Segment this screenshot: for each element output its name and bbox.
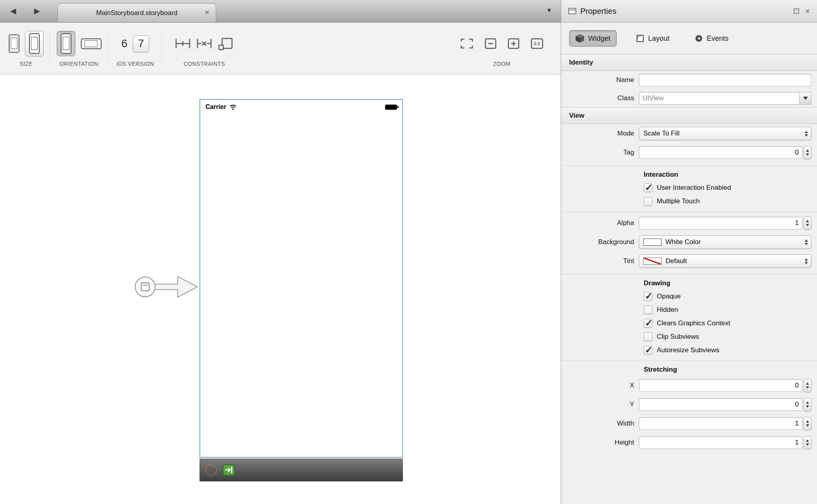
class-value: UIView [639,92,799,104]
user-interaction-checkbox[interactable] [644,183,652,192]
tab-mainstoryboard[interactable]: MainStoryboard.storyboard × [58,3,216,22]
alpha-field[interactable]: 1 [639,217,802,229]
back-button[interactable]: ◀ [10,6,16,15]
close-panel-icon[interactable]: × [805,8,810,15]
drawing-header: Drawing [561,275,817,290]
size-iphone-4-button[interactable] [25,31,44,56]
ios-6-button[interactable]: 6 [121,38,127,50]
stretch-y-stepper[interactable] [804,398,811,411]
alpha-label: Alpha [561,219,639,227]
autoresize-subviews-row[interactable]: Autoresize Subviews [561,344,817,357]
autoresize-subviews-checkbox[interactable] [644,346,652,355]
events-icon [695,34,703,42]
user-interaction-label: User Interaction Enabled [657,184,731,192]
ios-7-button[interactable]: 7 [133,35,149,52]
class-combo[interactable]: UIView [639,92,811,105]
alpha-stepper[interactable] [804,216,811,230]
initial-view-controller-arrow[interactable] [133,274,201,300]
hidden-row[interactable]: Hidden [561,303,817,317]
zoom-fit-icon [460,38,474,50]
class-dropdown-button[interactable] [799,92,811,104]
size-label: SIZE [4,61,48,67]
mode-popup[interactable]: Scale To Fill [639,127,811,140]
document-tab-bar: ◀ ▶ MainStoryboard.storyboard × ▼ [0,0,561,23]
zoom-in-button[interactable] [507,38,520,50]
multiple-touch-checkbox[interactable] [644,197,652,206]
clip-subviews-row[interactable]: Clip Subviews [561,330,817,344]
tab-widget[interactable]: Widget [569,30,617,47]
forward-button[interactable]: ▶ [34,6,40,15]
clip-subviews-checkbox[interactable] [644,332,652,341]
portrait-phone-icon [61,33,71,54]
tab-events-label: Events [707,34,729,43]
design-canvas[interactable]: Carrier [0,74,561,504]
clears-graphics-context-checkbox[interactable] [644,319,652,328]
stretch-y-field[interactable]: 0 [639,398,802,411]
view-controller-dock-icon[interactable] [205,464,217,476]
tab-events[interactable]: Events [689,31,735,46]
stretch-height-label: Height [561,439,639,447]
stretch-height-field[interactable]: 1 [639,436,802,449]
orientation-landscape-button[interactable] [81,38,102,49]
scene-dock [199,458,403,481]
constraints-label: CONSTRAINTS [167,61,242,67]
background-popup[interactable]: White Color [639,235,811,249]
zoom-out-button[interactable] [484,38,497,50]
zoom-actual-size-icon: 1:1 [530,38,544,50]
background-label: Background [561,238,639,246]
clip-subviews-label: Clip Subviews [657,333,699,341]
stretch-x-label: X [561,382,639,389]
tag-field[interactable]: 0 [639,146,802,159]
interaction-header: Interaction [561,166,817,181]
ios-version-label: iOS VERSION [112,61,159,67]
tag-value: 0 [795,149,799,157]
tab-close-icon[interactable]: × [205,8,209,16]
popup-arrows-icon [805,127,808,140]
opaque-label: Opaque [657,292,681,300]
orientation-portrait-button[interactable] [57,31,75,56]
stretch-x-field[interactable]: 0 [639,379,802,392]
hidden-checkbox[interactable] [644,305,652,314]
width-constraint-button[interactable] [175,37,191,50]
opaque-checkbox[interactable] [644,292,652,301]
view-controller-view[interactable]: Carrier [199,99,403,458]
opaque-row[interactable]: Opaque [561,290,817,303]
tab-layout[interactable]: Layout [630,31,675,46]
frame-edit-button[interactable] [218,37,234,50]
zoom-fit-button[interactable] [460,38,474,50]
remove-constraint-button[interactable] [196,37,212,50]
stretch-width-field[interactable]: 1 [639,417,802,430]
stretch-width-stepper[interactable] [804,417,811,430]
alpha-row: Alpha 1 [561,214,817,233]
user-interaction-enabled-row[interactable]: User Interaction Enabled [561,181,817,195]
storyboard-editor: ◀ ▶ MainStoryboard.storyboard × ▼ SIZE [0,0,561,504]
toolbar-separator [162,31,162,62]
tint-value: Default [665,257,687,265]
stretch-y-row: Y 0 [561,395,817,414]
stretch-width-row: Width 1 [561,414,817,433]
tag-stepper[interactable] [804,146,811,159]
iphone-4-icon [29,33,40,54]
tab-overflow-chevron-icon[interactable]: ▼ [546,7,552,13]
size-iphone-3-5-button[interactable] [9,34,19,53]
class-row: Class UIView [561,89,817,107]
exit-segue-icon[interactable] [222,464,235,476]
name-field[interactable] [639,74,811,86]
properties-tab-bar: Widget Layout Events [561,23,817,54]
tag-row: Tag 0 [561,143,817,162]
stretch-height-stepper[interactable] [804,436,811,449]
stretch-height-value: 1 [795,439,799,447]
multiple-touch-row[interactable]: Multiple Touch [561,195,817,208]
stretch-width-label: Width [561,420,639,428]
toolbar-group-zoom: 1:1 ZOOM [452,27,551,67]
hidden-label: Hidden [657,306,678,314]
class-label: Class [561,94,639,102]
tint-popup[interactable]: Default [639,254,811,268]
stretch-x-stepper[interactable] [804,379,811,392]
zoom-actual-size-button[interactable]: 1:1 [530,38,544,50]
toolbar-group-orientation: ORIENTATION [53,27,105,67]
background-value: White Color [665,238,701,246]
clears-graphics-context-row[interactable]: Clears Graphics Context [561,317,817,330]
zoom-label: ZOOM [452,61,551,67]
dock-panel-icon[interactable] [794,8,799,14]
